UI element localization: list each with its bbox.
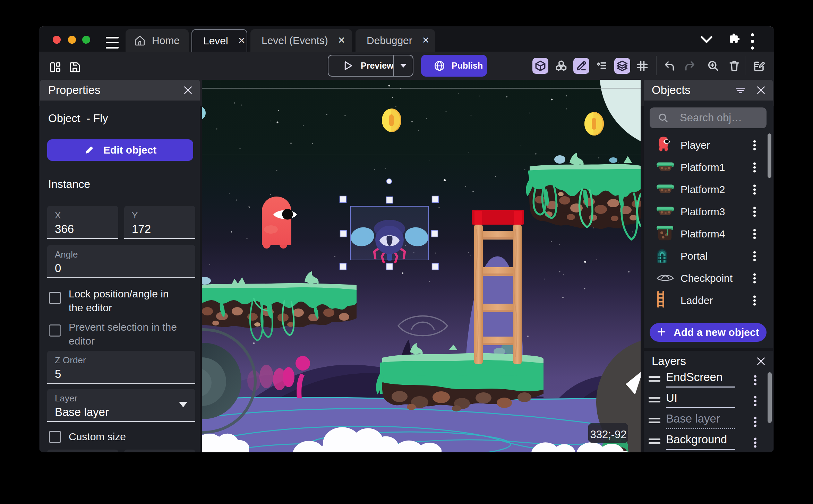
svg-text:332;-92: 332;-92 (590, 428, 626, 441)
